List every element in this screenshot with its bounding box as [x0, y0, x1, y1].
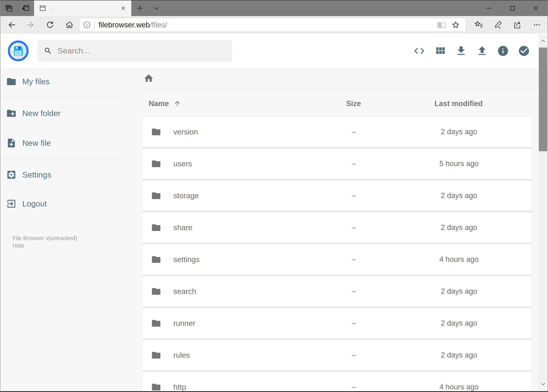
folder-icon — [151, 318, 161, 328]
download-icon — [455, 45, 467, 57]
code-view-button[interactable] — [409, 40, 430, 61]
minimize-button[interactable] — [477, 0, 501, 16]
select-multiple-button[interactable] — [513, 40, 534, 61]
file-list: version – 2 days ago users – 5 hours ago… — [142, 116, 532, 392]
browser-titlebar: . — [0, 0, 548, 16]
file-name: share — [173, 223, 193, 232]
chevron-up-icon — [540, 38, 546, 44]
file-modified: 5 hours ago — [396, 160, 522, 168]
more-options-button[interactable] — [527, 16, 547, 34]
annotate-pen-button[interactable] — [488, 16, 508, 34]
file-row[interactable]: search – 2 days ago — [142, 276, 532, 307]
tab-favicon — [39, 5, 46, 12]
window-controls — [477, 0, 548, 16]
scroll-up-button[interactable] — [539, 35, 547, 48]
browser-tab[interactable]: . — [34, 0, 131, 16]
share-button[interactable] — [508, 16, 527, 34]
sidebar-item-label: New folder — [22, 109, 61, 118]
sort-by-name-header[interactable]: Name — [142, 99, 311, 108]
folder-icon — [151, 223, 161, 233]
maximize-button[interactable] — [501, 0, 524, 16]
info-icon — [497, 45, 509, 57]
header-toolbar — [409, 40, 534, 61]
folder-icon — [0, 76, 22, 87]
grid-view-icon — [434, 45, 446, 57]
file-row[interactable]: share – 2 days ago — [142, 212, 532, 243]
file-modified: 2 days ago — [396, 191, 522, 200]
sidebar-item-new-folder[interactable]: New folder — [0, 102, 130, 124]
file-size: – — [312, 191, 396, 200]
folder-icon — [151, 286, 161, 296]
logout-icon — [0, 198, 22, 209]
floppy-disk-icon — [13, 45, 24, 56]
folder-icon — [151, 159, 161, 169]
download-button[interactable] — [451, 40, 472, 61]
help-link[interactable]: Help — [13, 242, 130, 249]
back-button[interactable] — [1, 16, 21, 34]
new-tab-button[interactable] — [131, 0, 148, 16]
site-info-icon[interactable] — [83, 21, 91, 29]
file-row[interactable]: version – 2 days ago — [142, 117, 532, 147]
url-input[interactable]: filebrowser.web/files/ — [79, 18, 466, 32]
file-size: – — [312, 160, 396, 168]
sidebar-item-label: My files — [22, 77, 49, 86]
grid-view-button[interactable] — [430, 40, 451, 61]
search-bar[interactable] — [38, 40, 232, 62]
file-name: search — [173, 287, 196, 296]
file-name: rules — [173, 351, 190, 359]
forward-button[interactable] — [21, 16, 40, 34]
sidebar-divider — [0, 97, 127, 98]
file-row[interactable]: settings – 4 hours ago — [142, 244, 532, 275]
tab-dropdown-button[interactable] — [148, 0, 165, 16]
tab-preview-button[interactable] — [0, 0, 17, 16]
close-window-button[interactable] — [524, 0, 548, 16]
info-button[interactable] — [493, 40, 513, 61]
home-button[interactable] — [60, 16, 79, 34]
file-modified: 2 days ago — [396, 128, 522, 136]
modified-column-header[interactable]: Last modified — [396, 99, 521, 108]
file-name: runner — [173, 319, 195, 328]
sidebar-item-settings[interactable]: Settings — [0, 164, 130, 186]
gear-icon — [0, 169, 22, 180]
file-size: – — [312, 383, 396, 391]
breadcrumb — [142, 68, 548, 91]
tab-preview-icon — [5, 4, 13, 13]
search-input[interactable] — [58, 46, 226, 55]
home-icon[interactable] — [143, 73, 154, 84]
file-row[interactable]: runner – 2 days ago — [142, 308, 532, 338]
hub-favorites-button[interactable] — [469, 16, 488, 34]
sidebar-item-logout[interactable]: Logout — [0, 193, 130, 215]
size-column-header[interactable]: Size — [311, 99, 396, 108]
scrollbar-thumb[interactable] — [539, 48, 547, 151]
file-name: version — [173, 128, 198, 136]
file-row[interactable]: users – 5 hours ago — [142, 148, 532, 179]
file-modified: 4 hours ago — [396, 255, 522, 264]
file-row[interactable]: http – 4 hours ago — [142, 372, 532, 392]
file-size: – — [312, 319, 396, 327]
sidebar-item-new-file[interactable]: New file — [0, 132, 130, 154]
new-tab-icon — [136, 4, 144, 12]
file-plus-icon — [0, 138, 22, 148]
url-text: filebrowser.web/files/ — [99, 21, 167, 29]
code-icon — [413, 45, 425, 57]
reading-view-icon[interactable] — [435, 21, 449, 29]
url-separator — [94, 21, 95, 29]
scroll-down-button[interactable] — [539, 378, 547, 391]
folder-plus-icon — [0, 108, 22, 119]
upload-button[interactable] — [472, 40, 493, 61]
tab-close-icon[interactable] — [120, 5, 126, 11]
sidebar-item-label: Logout — [22, 199, 47, 208]
file-size: – — [312, 351, 396, 359]
sort-ascending-arrow-icon — [173, 100, 181, 107]
set-tabs-aside-button[interactable] — [17, 0, 34, 16]
refresh-button[interactable] — [40, 16, 60, 34]
folder-icon — [151, 350, 161, 360]
folder-icon — [151, 127, 161, 137]
file-name: users — [173, 160, 192, 168]
file-row[interactable]: rules – 2 days ago — [142, 340, 532, 370]
favorite-star-icon[interactable] — [449, 20, 463, 29]
sidebar-item-my-files[interactable]: My files — [0, 71, 130, 93]
sidebar: My files New folder New file — [0, 68, 130, 391]
page-scrollbar[interactable] — [539, 35, 547, 391]
file-row[interactable]: storage – 2 days ago — [142, 181, 532, 211]
